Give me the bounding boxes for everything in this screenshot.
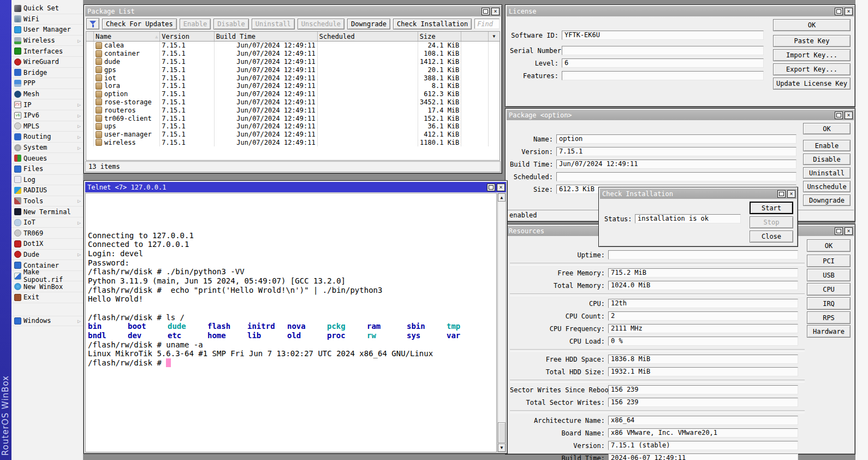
- package-option-titlebar[interactable]: Package <option> ×: [507, 110, 854, 120]
- check-installation-button[interactable]: Check Installation: [393, 19, 472, 30]
- pci-button[interactable]: PCI: [807, 255, 851, 267]
- field-value-cpu-frequency[interactable]: 2111 MHz: [608, 324, 798, 333]
- maximize-icon[interactable]: [777, 190, 786, 198]
- package-list-titlebar[interactable]: Package List ×: [85, 6, 501, 16]
- find-input[interactable]: [474, 19, 500, 29]
- field-value-scheduled[interactable]: [556, 172, 796, 181]
- field-value-software-id[interactable]: YFTK-EK6U: [562, 31, 764, 40]
- sidebar-item-mesh[interactable]: Mesh: [11, 89, 83, 100]
- field-value-sector-writes-since-reboot[interactable]: 156 239: [608, 385, 798, 394]
- field-value-version[interactable]: 7.15.1: [556, 147, 796, 156]
- sidebar-item-ppp[interactable]: PPP: [11, 78, 83, 89]
- update-license-key-button[interactable]: Update License Key: [773, 78, 851, 90]
- unschedule-button[interactable]: Unschedule: [803, 181, 851, 192]
- ok-button[interactable]: OK: [803, 123, 851, 134]
- field-value-features[interactable]: [562, 71, 764, 80]
- field-value-level[interactable]: 6: [562, 58, 764, 68]
- field-value-board-name[interactable]: x86 VMware, Inc. VMware20,1: [608, 428, 798, 438]
- sidebar-item-dot1x[interactable]: Dot1X: [11, 239, 83, 250]
- sidebar-item-dude[interactable]: Dude▷: [11, 250, 83, 261]
- uninstall-button[interactable]: Uninstall: [803, 167, 851, 179]
- table-row[interactable]: calea7.15.1Jun/07/2024 12:49:1124.1 KiB: [86, 42, 500, 50]
- column-header-gutter[interactable]: [86, 32, 94, 41]
- sidebar-item-interfaces[interactable]: Interfaces: [11, 46, 83, 57]
- sidebar-item-bridge[interactable]: Bridge: [11, 68, 83, 79]
- close-icon[interactable]: ×: [491, 8, 500, 15]
- column-dropdown-icon[interactable]: ▼: [489, 32, 500, 41]
- sidebar-item-wireguard[interactable]: WireGuard: [11, 57, 83, 68]
- status-value[interactable]: installation is ok: [635, 214, 741, 223]
- close-icon[interactable]: ×: [787, 190, 795, 198]
- field-value-serial-number[interactable]: [562, 46, 764, 55]
- close-icon[interactable]: ×: [845, 111, 853, 119]
- column-header-build-time[interactable]: Build Time: [215, 32, 318, 41]
- table-row[interactable]: rose-storage7.15.1Jun/07/2024 12:49:1134…: [86, 98, 500, 107]
- table-row[interactable]: dude7.15.1Jun/07/2024 12:49:111412.1 KiB: [86, 58, 500, 66]
- column-header-size[interactable]: Size: [418, 32, 462, 41]
- sidebar-item-system[interactable]: System▷: [11, 143, 83, 154]
- sidebar-item-wireless[interactable]: Wireless▷: [11, 36, 83, 46]
- sidebar-item-ip[interactable]: 255IP▷: [11, 99, 83, 110]
- sidebar-item-windows[interactable]: Windows▷: [11, 316, 83, 327]
- field-value-free-hdd-space[interactable]: 1836.8 MiB: [608, 355, 798, 364]
- table-row[interactable]: container7.15.1Jun/07/2024 12:49:11108.1…: [86, 50, 500, 58]
- table-row[interactable]: user-manager7.15.1Jun/07/2024 12:49:1141…: [86, 131, 500, 139]
- downgrade-button[interactable]: Downgrade: [347, 19, 390, 30]
- field-value-total-memory[interactable]: 1024.0 MiB: [608, 281, 798, 290]
- license-titlebar[interactable]: License ×: [507, 6, 854, 16]
- field-value-architecture-name[interactable]: x86_64: [608, 416, 798, 425]
- start-button[interactable]: Start: [750, 202, 793, 214]
- field-value-build-time[interactable]: 2024-06-07 12:49:11: [608, 453, 798, 460]
- field-value-name[interactable]: option: [556, 134, 796, 144]
- close-icon[interactable]: ×: [845, 8, 853, 15]
- field-value-version[interactable]: 7.15.1 (stable): [608, 441, 798, 450]
- table-row[interactable]: iot7.15.1Jun/07/2024 12:49:11388.1 KiB: [86, 74, 500, 82]
- maximize-icon[interactable]: [835, 111, 843, 119]
- cpu-button[interactable]: CPU: [807, 283, 851, 296]
- field-value-cpu-load[interactable]: 0 %: [608, 337, 798, 346]
- sidebar-item-routing[interactable]: Routing▷: [11, 132, 83, 143]
- sidebar-item-tr069[interactable]: TR069: [11, 228, 83, 239]
- maximize-icon[interactable]: [481, 8, 490, 15]
- sidebar-item-user-manager[interactable]: User Manager: [11, 25, 83, 36]
- scroll-thumb[interactable]: [498, 422, 506, 443]
- table-row[interactable]: lora7.15.1Jun/07/2024 12:49:118.1 KiB: [86, 82, 500, 90]
- field-value-uptime[interactable]: [608, 250, 798, 260]
- usb-button[interactable]: USB: [807, 269, 851, 281]
- close-icon[interactable]: ×: [845, 227, 853, 235]
- sidebar-item-iot[interactable]: IoT▷: [11, 217, 83, 228]
- ok-button[interactable]: OK: [807, 239, 851, 252]
- table-row[interactable]: routeros7.15.1Jun/07/2024 12:49:1117.4 M…: [86, 106, 500, 114]
- export-key-button[interactable]: Export Key...: [773, 63, 851, 75]
- table-row[interactable]: tr069-client7.15.1Jun/07/2024 12:49:1115…: [86, 114, 500, 122]
- field-value-cpu[interactable]: 12th: [608, 299, 798, 308]
- enable-button[interactable]: Enable: [803, 140, 851, 151]
- filter-button[interactable]: [86, 18, 99, 30]
- sidebar-item-files[interactable]: Files: [11, 164, 83, 175]
- sidebar-item-quick-set[interactable]: Quick Set: [11, 3, 83, 14]
- sidebar-item-wifi[interactable]: WiFi: [11, 14, 83, 25]
- column-header-scheduled[interactable]: Scheduled: [318, 32, 418, 41]
- terminal-scrollbar[interactable]: ▲ ▼: [497, 193, 506, 452]
- sidebar-item-ipv6[interactable]: v6IPv6▷: [11, 110, 83, 121]
- field-value-total-sector-writes[interactable]: 156 239: [608, 398, 798, 407]
- telnet-titlebar[interactable]: Telnet <7> 127.0.0.1 ×: [85, 182, 506, 192]
- column-header-gutter[interactable]: [461, 32, 489, 41]
- downgrade-button[interactable]: Downgrade: [803, 194, 851, 206]
- field-value-total-hdd-size[interactable]: 1932.1 MiB: [608, 367, 798, 376]
- hardware-button[interactable]: Hardware: [807, 325, 851, 338]
- table-row[interactable]: wireless7.15.1Jun/07/2024 12:49:111180.1…: [86, 139, 500, 147]
- irq-button[interactable]: IRQ: [807, 297, 851, 310]
- field-value-build-time[interactable]: Jun/07/2024 12:49:11: [556, 160, 796, 169]
- import-key-button[interactable]: Import Key...: [773, 49, 851, 61]
- rps-button[interactable]: RPS: [807, 311, 851, 324]
- sidebar-item-exit[interactable]: Exit: [11, 292, 83, 303]
- field-value-cpu-count[interactable]: 2: [608, 311, 798, 321]
- maximize-icon[interactable]: [835, 8, 843, 15]
- sidebar-item-mpls[interactable]: MPLS▷: [11, 121, 83, 132]
- check-installation-titlebar[interactable]: Check Installation ×: [600, 188, 796, 199]
- paste-key-button[interactable]: Paste Key: [773, 35, 851, 47]
- maximize-icon[interactable]: [487, 184, 495, 191]
- scroll-up-icon[interactable]: ▲: [498, 193, 506, 202]
- disable-button[interactable]: Disable: [803, 154, 851, 165]
